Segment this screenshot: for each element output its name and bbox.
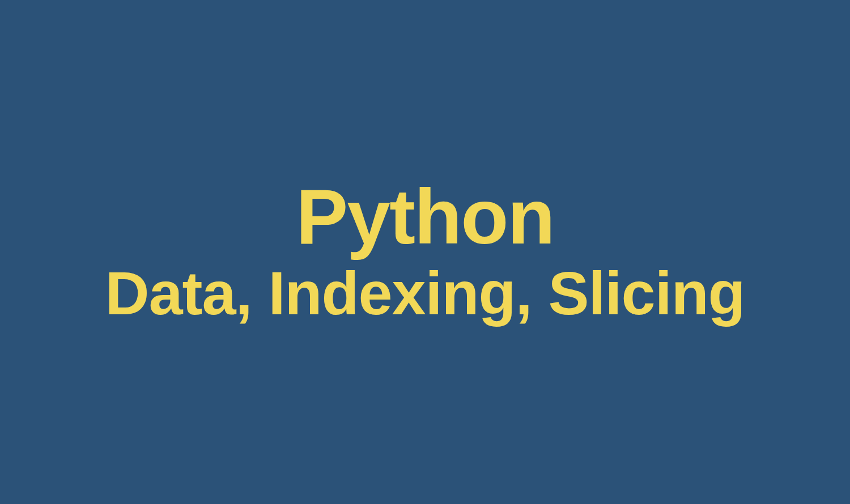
slide-title: Python	[296, 177, 554, 255]
slide-subtitle: Data, Indexing, Slicing	[105, 260, 745, 327]
